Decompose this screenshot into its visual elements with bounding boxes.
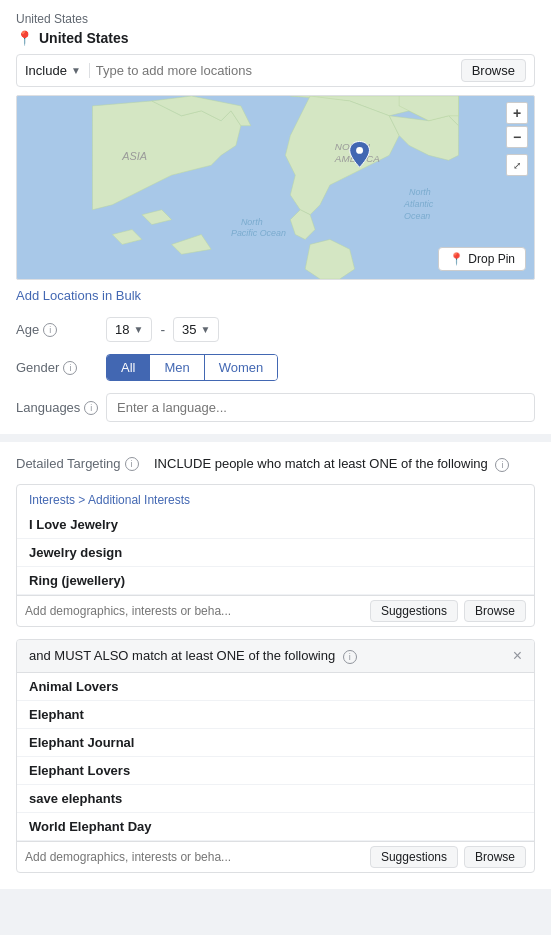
svg-text:Atlantic: Atlantic: [403, 199, 434, 209]
interest-item-3: Ring (jewellery): [17, 567, 534, 595]
must-also-item-2: Elephant: [17, 701, 534, 729]
gender-men-button[interactable]: Men: [150, 355, 204, 380]
interest-suggestions-button[interactable]: Suggestions: [370, 600, 458, 622]
gender-label: Gender i: [16, 360, 106, 375]
add-locations-link[interactable]: Add Locations in Bulk: [16, 288, 535, 303]
gender-buttons: All Men Women: [106, 354, 278, 381]
svg-point-9: [356, 147, 363, 154]
map-zoom-out-button[interactable]: −: [506, 126, 528, 148]
svg-text:North: North: [409, 187, 431, 197]
age-max-select[interactable]: 35 ▼: [173, 317, 219, 342]
must-also-text: and MUST ALSO match at least ONE of the …: [29, 648, 357, 664]
include-label: Include: [25, 63, 67, 78]
main-container: United States 📍 United States Include ▼ …: [0, 0, 551, 889]
location-header: United States: [16, 12, 535, 26]
interest-browse-button[interactable]: Browse: [464, 600, 526, 622]
svg-text:ASIA: ASIA: [121, 150, 147, 162]
map-zoom-in-button[interactable]: +: [506, 102, 528, 124]
include-dropdown[interactable]: Include ▼: [25, 63, 90, 78]
must-also-close-button[interactable]: ×: [513, 648, 522, 664]
must-also-item-3: Elephant Journal: [17, 729, 534, 757]
must-also-suggestions-button[interactable]: Suggestions: [370, 846, 458, 868]
must-also-add-input[interactable]: [25, 850, 364, 864]
must-also-footer: Suggestions Browse: [17, 841, 534, 872]
age-row: Age i 18 ▼ - 35 ▼: [16, 317, 535, 342]
section-divider: [0, 434, 551, 442]
svg-text:Pacific Ocean: Pacific Ocean: [231, 228, 286, 238]
map-fullscreen-button[interactable]: ⤢: [506, 154, 528, 176]
age-min-select[interactable]: 18 ▼: [106, 317, 152, 342]
must-also-section: and MUST ALSO match at least ONE of the …: [16, 639, 535, 873]
include-dropdown-arrow: ▼: [71, 65, 81, 76]
svg-text:North: North: [241, 217, 263, 227]
drop-pin-label: Drop Pin: [468, 252, 515, 266]
interest-box-header: Interests > Additional Interests: [17, 485, 534, 511]
location-selected-row: 📍 United States: [16, 30, 535, 46]
interest-box-footer: Suggestions Browse: [17, 595, 534, 626]
dt-desc-info-icon[interactable]: i: [495, 458, 509, 472]
must-also-item-6: World Elephant Day: [17, 813, 534, 841]
gender-women-button[interactable]: Women: [205, 355, 278, 380]
languages-row: Languages i: [16, 393, 535, 422]
dt-label: Detailed Targeting i: [16, 456, 146, 471]
gender-row: Gender i All Men Women: [16, 354, 535, 381]
drop-pin-button[interactable]: 📍 Drop Pin: [438, 247, 526, 271]
languages-input[interactable]: [106, 393, 535, 422]
detailed-targeting-header: Detailed Targeting i INCLUDE people who …: [16, 456, 535, 472]
gender-all-button[interactable]: All: [107, 355, 150, 380]
languages-info-icon[interactable]: i: [84, 401, 98, 415]
interest-box: Interests > Additional Interests I Love …: [16, 484, 535, 627]
dt-info-icon[interactable]: i: [125, 457, 139, 471]
location-selected-label: United States: [39, 30, 128, 46]
age-controls: 18 ▼ - 35 ▼: [106, 317, 219, 342]
age-label: Age i: [16, 322, 106, 337]
must-also-header: and MUST ALSO match at least ONE of the …: [17, 640, 534, 673]
interest-item-1: I Love Jewelry: [17, 511, 534, 539]
drop-pin-icon: 📍: [449, 252, 464, 266]
location-input[interactable]: [96, 63, 455, 78]
map-container: North Atlantic Ocean North Pacific Ocean…: [16, 95, 535, 280]
interest-item-2: Jewelry design: [17, 539, 534, 567]
age-dash: -: [160, 322, 165, 338]
location-pin-icon: 📍: [16, 30, 33, 46]
dt-description: INCLUDE people who match at least ONE of…: [154, 456, 509, 472]
gender-info-icon[interactable]: i: [63, 361, 77, 375]
interest-add-input[interactable]: [25, 604, 364, 618]
must-also-info-icon[interactable]: i: [343, 650, 357, 664]
location-controls: Include ▼ Browse: [16, 54, 535, 87]
must-also-item-4: Elephant Lovers: [17, 757, 534, 785]
map-controls: + − ⤢: [506, 102, 528, 176]
must-also-browse-button[interactable]: Browse: [464, 846, 526, 868]
location-browse-button[interactable]: Browse: [461, 59, 526, 82]
languages-label: Languages i: [16, 400, 106, 415]
age-info-icon[interactable]: i: [43, 323, 57, 337]
must-also-item-1: Animal Lovers: [17, 673, 534, 701]
detailed-targeting-section: Detailed Targeting i INCLUDE people who …: [16, 442, 535, 873]
svg-text:Ocean: Ocean: [404, 211, 430, 221]
must-also-item-5: save elephants: [17, 785, 534, 813]
